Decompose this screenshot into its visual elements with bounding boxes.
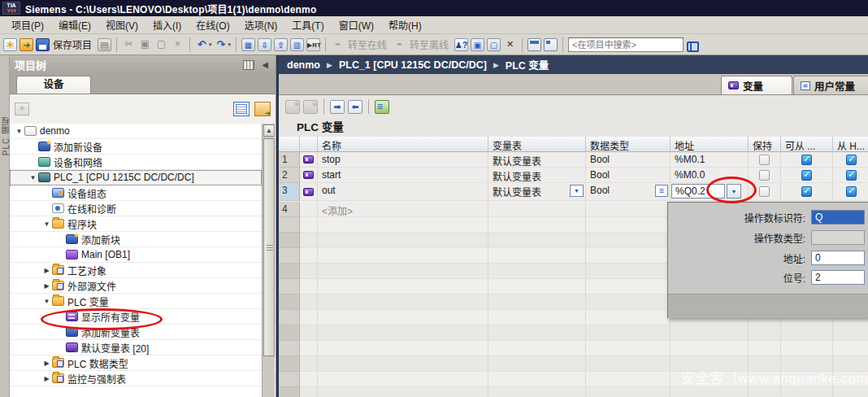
tree-item-plc1[interactable]: PLC_1 [CPU 1215C DC/DC/DC] — [10, 170, 262, 185]
accessible-checkbox[interactable] — [801, 170, 812, 181]
columns-icon[interactable] — [243, 60, 254, 70]
expander-icon[interactable] — [42, 298, 51, 305]
tag-table-dropdown-icon[interactable]: ▼ — [570, 185, 584, 197]
tree-item-default-tag-table[interactable]: 默认变量表 [20] — [10, 340, 262, 356]
accessible-checkbox[interactable] — [801, 155, 812, 165]
hmi-checkbox[interactable] — [846, 186, 857, 197]
add-tag-cell[interactable]: <添加> — [318, 202, 488, 217]
hmi-checkbox[interactable] — [846, 170, 857, 181]
search-input[interactable] — [568, 37, 684, 52]
header-address[interactable]: 地址 — [671, 137, 749, 152]
tree-item-online-diagnostics[interactable]: 在线和诊断 — [10, 201, 262, 216]
plc-programming-side-tab[interactable]: PLC 编程 — [0, 116, 10, 155]
header-data-type[interactable]: 数据类型 — [586, 137, 671, 152]
print-icon[interactable]: ▤ — [98, 38, 111, 51]
tree-item-external-sources[interactable]: 外部源文件 — [10, 278, 262, 294]
tag-table-cell[interactable]: 默认变量表▼ — [488, 183, 586, 201]
go-offline-icon[interactable]: ⌁ — [393, 38, 406, 51]
operand-type-select[interactable] — [811, 230, 865, 245]
expander-icon[interactable] — [42, 360, 51, 367]
header-tag-table[interactable]: 变量表 — [488, 137, 586, 152]
tree-item-add-block[interactable]: 添加新块 — [10, 232, 262, 247]
tab-tags[interactable]: 变量 — [721, 76, 792, 94]
data-type-browse-icon[interactable]: ≡ — [655, 185, 668, 197]
tree-add-icon[interactable]: ＊ — [15, 103, 29, 116]
open-project-icon[interactable]: ➜ — [20, 38, 33, 51]
header-hmi[interactable]: 从 H... — [833, 137, 868, 152]
export-icon[interactable]: ➡ — [330, 100, 345, 114]
compile-icon[interactable]: ▦ — [241, 38, 255, 51]
menu-window[interactable]: 窗口(W) — [334, 16, 384, 33]
sort-icon[interactable] — [375, 100, 389, 114]
tree-scrollbar[interactable]: ▲ — [262, 124, 275, 397]
upload-icon[interactable]: ⇧ — [274, 38, 288, 51]
delete-icon[interactable]: × — [171, 38, 184, 51]
go-offline-button[interactable]: 转至离线 — [410, 37, 449, 51]
diagnostics-icon[interactable]: ♟? — [454, 38, 468, 51]
paste-icon[interactable]: ▢ — [154, 38, 168, 51]
header-retain[interactable]: 保持 — [749, 137, 781, 152]
menu-online[interactable]: 在线(O) — [191, 16, 239, 33]
details-view-icon[interactable] — [233, 102, 250, 116]
scrollbar-thumb[interactable] — [263, 138, 275, 356]
tag-name-cell[interactable]: out — [318, 183, 488, 201]
redo-dropdown-icon[interactable]: ▾ — [228, 41, 232, 48]
library-view-icon[interactable] — [254, 102, 271, 116]
breadcrumb-plc[interactable]: PLC_1 [CPU 1215C DC/DC/DC] — [339, 59, 487, 71]
split-horizontal-icon[interactable] — [527, 38, 541, 51]
menu-insert[interactable]: 插入(I) — [148, 16, 191, 33]
redo-button[interactable]: ↷ — [215, 38, 228, 51]
add-tag-icon[interactable] — [285, 100, 300, 114]
retain-checkbox[interactable] — [759, 170, 770, 181]
undo-dropdown-icon[interactable]: ▾ — [209, 41, 212, 48]
expander-icon[interactable] — [28, 174, 37, 181]
new-project-icon[interactable]: ＊ — [3, 38, 17, 51]
tree-item-plc-data-types[interactable]: PLC 数据类型 — [10, 356, 262, 371]
tab-devices[interactable]: 设备 — [16, 76, 91, 94]
operand-address-input[interactable]: 0 — [811, 251, 865, 265]
expander-icon[interactable] — [42, 220, 51, 228]
menu-view[interactable]: 视图(V) — [101, 16, 148, 33]
collapse-panel-icon[interactable]: ◀ — [259, 60, 271, 70]
download-icon[interactable]: ⇩ — [258, 38, 271, 51]
new-window-icon[interactable]: ▢ — [487, 38, 501, 51]
table-row[interactable]: 1 stop 默认变量表 Bool %M0.1 — [279, 152, 868, 168]
tag-table-cell[interactable]: 默认变量表 — [488, 168, 586, 183]
data-type-cell[interactable]: Bool — [586, 168, 671, 183]
save-project-button[interactable]: 保存项目 — [53, 37, 92, 51]
tree-item-add-device[interactable]: 添加新设备 — [10, 139, 262, 155]
accessible-checkbox[interactable] — [801, 186, 812, 197]
copy-icon[interactable]: ▣ — [138, 38, 152, 51]
go-online-button[interactable]: 转至在线 — [348, 37, 387, 51]
restore-window-icon[interactable]: ▣ — [471, 38, 484, 51]
expander-icon[interactable] — [42, 267, 51, 274]
start-simulation-icon[interactable]: ▥ — [290, 38, 304, 51]
go-online-icon[interactable]: ⌁ — [331, 38, 345, 51]
operand-identifier-select[interactable]: Q — [811, 210, 865, 225]
split-vertical-icon[interactable] — [544, 38, 558, 51]
cut-icon[interactable]: ✂ — [122, 38, 136, 51]
find-icon[interactable] — [686, 38, 700, 51]
tree-item-devices-networks[interactable]: 设备和网络 — [10, 155, 262, 170]
hmi-checkbox[interactable] — [846, 155, 857, 165]
undo-button[interactable]: ↶ — [195, 38, 209, 51]
breadcrumb-plc-tags[interactable]: PLC 变量 — [506, 57, 549, 72]
address-cell[interactable]: %M0.1 — [671, 152, 749, 168]
menu-help[interactable]: 帮助(H) — [384, 16, 432, 33]
breadcrumb-project[interactable]: denmo — [287, 59, 320, 71]
tree-item-main-ob1[interactable]: Main [OB1] — [10, 247, 262, 263]
operand-bit-input[interactable]: 2 — [811, 270, 865, 285]
tree-item-program-blocks[interactable]: 程序块 — [10, 216, 262, 232]
tree-item-watch-force-tables[interactable]: 监控与强制表 — [10, 371, 262, 386]
menu-edit[interactable]: 编辑(E) — [54, 16, 101, 33]
retain-checkbox[interactable] — [759, 155, 770, 165]
tag-name-cell[interactable]: start — [318, 168, 488, 183]
tab-user-constants[interactable]: = 用户常量 — [793, 76, 868, 94]
tree-item-project[interactable]: denmo — [10, 124, 262, 139]
expander-icon[interactable] — [42, 282, 51, 290]
data-type-cell[interactable]: Bool≡ — [586, 183, 671, 201]
tree-item-device-config[interactable]: 设备组态 — [10, 185, 262, 201]
header-accessible[interactable]: 可从 ... — [781, 137, 833, 152]
runtime-icon[interactable]: ▶RT — [306, 38, 320, 51]
tree-item-plc-tags[interactable]: PLC 变量 — [10, 294, 262, 309]
